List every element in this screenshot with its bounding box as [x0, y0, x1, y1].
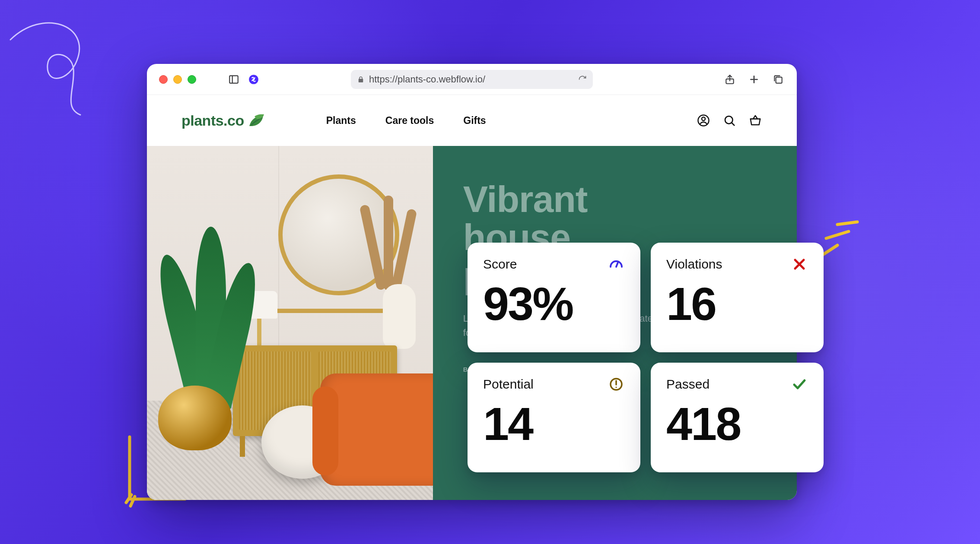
- svg-line-2: [837, 222, 857, 225]
- window-controls: [159, 75, 196, 84]
- stat-cards: Score 93% Violations 16 Potential: [468, 243, 824, 472]
- card-violations[interactable]: Violations 16: [651, 243, 824, 352]
- nav-gifts[interactable]: Gifts: [463, 115, 486, 127]
- hero-title-line: Vibrant: [463, 180, 767, 218]
- card-label: Passed: [666, 377, 710, 392]
- card-value: 93%: [483, 281, 625, 327]
- sidebar-toggle-icon[interactable]: [227, 73, 240, 86]
- address-url: https://plants-co.webflow.io/: [369, 74, 485, 85]
- refresh-icon[interactable]: [578, 75, 587, 84]
- svg-line-15: [616, 263, 618, 267]
- card-value: 418: [666, 401, 808, 447]
- gauge-icon: [608, 256, 625, 273]
- decorative-squiggle: [4, 12, 117, 124]
- address-bar[interactable]: https://plants-co.webflow.io/: [351, 70, 593, 89]
- hero-image: [147, 146, 433, 500]
- card-value: 16: [666, 281, 808, 327]
- basket-icon[interactable]: [748, 114, 762, 127]
- close-window-button[interactable]: [159, 75, 168, 84]
- tabs-overview-icon[interactable]: [772, 73, 785, 86]
- svg-line-13: [732, 123, 734, 125]
- header-actions: [697, 114, 762, 127]
- account-icon[interactable]: [697, 114, 710, 127]
- nav-care-tools[interactable]: Care tools: [385, 115, 434, 127]
- card-potential[interactable]: Potential 14: [468, 363, 640, 472]
- browser-titlebar: https://plants-co.webflow.io/: [147, 64, 797, 95]
- site-header: plants.co Plants Care tools Gifts: [147, 95, 797, 146]
- extension-icon[interactable]: [247, 73, 260, 86]
- minimize-window-button[interactable]: [173, 75, 182, 84]
- svg-rect-3: [229, 76, 238, 83]
- svg-rect-9: [776, 77, 782, 83]
- check-icon: [791, 376, 808, 393]
- leaf-icon: [247, 113, 266, 128]
- search-icon[interactable]: [722, 114, 736, 127]
- card-passed[interactable]: Passed 418: [651, 363, 824, 472]
- card-label: Violations: [666, 257, 722, 272]
- main-nav: Plants Care tools Gifts: [326, 115, 486, 127]
- warning-icon: [608, 376, 625, 393]
- card-label: Score: [483, 257, 517, 272]
- card-score[interactable]: Score 93%: [468, 243, 640, 352]
- svg-line-1: [826, 231, 849, 238]
- new-tab-icon[interactable]: [748, 73, 760, 86]
- card-value: 14: [483, 401, 625, 447]
- site-logo[interactable]: plants.co: [181, 112, 266, 129]
- lock-icon: [357, 76, 365, 83]
- svg-point-20: [615, 386, 617, 388]
- share-icon[interactable]: [723, 73, 736, 86]
- zoom-window-button[interactable]: [188, 75, 196, 84]
- logo-text: plants.co: [181, 112, 244, 129]
- svg-point-11: [702, 117, 705, 120]
- nav-plants[interactable]: Plants: [326, 115, 356, 127]
- x-icon: [791, 256, 808, 273]
- card-label: Potential: [483, 377, 534, 392]
